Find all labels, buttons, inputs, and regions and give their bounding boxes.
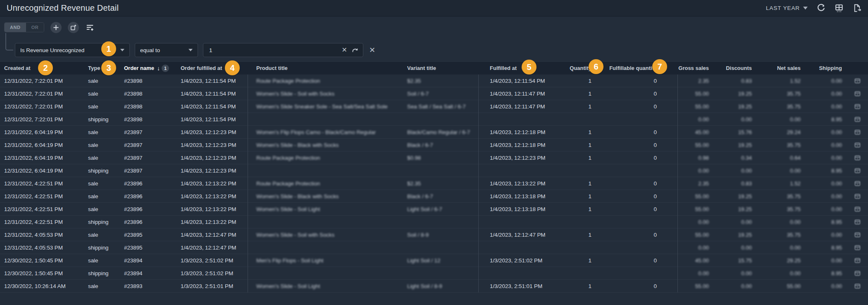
cell-variant_title: Soil / 8-9 [407,228,478,241]
cell-order_fulfilled_at: 1/3/2023, 2:51:02 PM [181,254,248,267]
row-detail-button[interactable] [847,126,868,138]
camera-icon [854,180,861,187]
row-detail-button[interactable] [847,228,868,241]
cell-variant_title: $0.98 [407,151,478,164]
cell-quantity: 1 [550,254,597,267]
row-detail-button[interactable] [847,280,868,292]
column-header-shipping[interactable]: Shipping [806,62,847,74]
cell-product_title: Route Package Protection [248,177,407,190]
column-header-order_name[interactable]: Order name↓1 [124,62,181,74]
cell-gross_sales: 55.00 [677,139,714,151]
cell-shipping: 0.00 [806,87,847,100]
row-detail-button[interactable] [847,190,868,202]
cell-fulfillable_quantity: 0 [597,280,677,292]
annotation-badge-7: 7 [652,59,667,74]
cell-fulfillable_quantity [597,164,677,177]
column-header-gross_sales[interactable]: Gross sales [677,62,714,74]
export-button[interactable] [853,4,861,12]
cell-fulfilled_at [478,164,550,177]
cell-order_fulfilled_at: 1/4/2023, 12:12:23 PM [181,164,248,177]
cell-fulfillable_quantity: 0 [597,203,677,215]
table-row: 12/31/2022, 6:04:19 PMsale#238971/4/2023… [0,139,868,151]
cell-created_at: 12/30/2022, 1:50:45 PM [0,267,88,279]
cell-fulfillable_quantity [597,241,677,254]
camera-icon [854,142,861,149]
cell-order_name: #23897 [124,139,181,151]
row-detail-button[interactable] [847,203,868,215]
filter-operator-select[interactable]: equal to [135,43,198,57]
camera-icon [854,193,861,200]
cell-fulfillable_quantity: 0 [597,74,677,87]
cell-fulfilled_at: 1/4/2023, 12:11:54 PM [478,74,550,87]
column-header-net_sales[interactable]: Net sales [757,62,806,74]
row-detail-button[interactable] [847,113,868,125]
cell-shipping: 0.00 [806,190,847,202]
cell-variant_title: $2.35 [407,177,478,190]
remove-filter-button[interactable]: ✕ [369,46,375,54]
cell-shipping: 0.00 [806,151,847,164]
camera-icon [854,154,861,161]
cell-gross_sales: 55.00 [677,100,714,113]
cell-net_sales: 0.00 [757,241,806,254]
cell-fulfillable_quantity: 0 [597,126,677,138]
cell-variant_title: Black / 6-7 [407,139,478,151]
camera-icon [854,270,861,277]
cell-fulfilled_at [478,216,550,228]
column-header-fulfilled_at[interactable]: Fulfilled at [478,62,550,74]
date-range-button[interactable]: LAST YEAR [766,5,808,11]
column-divider [677,74,678,293]
or-toggle[interactable]: OR [26,23,44,32]
cell-net_sales: 0.64 [757,151,806,164]
table-row: 12/31/2022, 7:22:01 PMshipping#238981/4/… [0,113,868,126]
row-detail-button[interactable] [847,241,868,254]
row-detail-button[interactable] [847,267,868,279]
cell-discounts: 0.00 [714,280,757,292]
cell-variant_title [407,113,478,125]
cell-shipping: 8.95 [806,113,847,125]
cell-fulfillable_quantity: 0 [597,254,677,267]
cell-type: sale [88,190,124,202]
column-header-product_title[interactable]: Product title [248,62,407,74]
row-detail-button[interactable] [847,100,868,113]
clear-value-button[interactable]: ✕ [342,47,347,53]
column-divider [248,74,248,293]
cell-gross_sales: 55.00 [677,228,714,241]
cell-order_name: #23895 [124,241,181,254]
filter-row: Is Revenue Unrecognized equal to ✕ [15,43,375,57]
add-filter-button[interactable] [50,22,62,33]
row-detail-button[interactable] [847,139,868,151]
and-toggle[interactable]: AND [5,23,26,32]
row-detail-button[interactable] [847,164,868,177]
cell-discounts: 15.76 [714,126,757,138]
redo-button[interactable] [352,47,359,53]
cell-order_fulfilled_at: 1/4/2023, 12:12:23 PM [181,126,248,138]
cell-type: sale [88,100,124,113]
cell-fulfillable_quantity: 0 [597,228,677,241]
cell-net_sales: 0.00 [757,113,806,125]
column-divider [478,74,479,293]
app-window: Unrecognized Revenue Detail LAST YEAR [0,0,868,305]
table-row: 12/31/2022, 4:05:53 PMshipping#238951/4/… [0,241,868,254]
row-detail-button[interactable] [847,87,868,100]
column-header-discounts[interactable]: Discounts [714,62,757,74]
cell-net_sales: 35.75 [757,139,806,151]
row-detail-button[interactable] [847,254,868,267]
cell-fulfillable_quantity: 0 [597,177,677,190]
table-view-button[interactable] [835,4,844,13]
boolean-mode-toggle: AND OR [4,22,44,32]
filter-plus-button[interactable] [85,23,95,32]
add-filter-group-button[interactable] [68,22,79,33]
row-detail-button[interactable] [847,151,868,164]
row-detail-button[interactable] [847,177,868,190]
row-detail-button[interactable] [847,216,868,228]
column-header-variant_title[interactable]: Variant title [407,62,478,74]
camera-icon [854,77,861,84]
refresh-button[interactable] [817,4,825,12]
cell-gross_sales: 55.00 [677,87,714,100]
filter-value-input[interactable] [208,47,337,54]
cell-discounts: 0.00 [714,241,757,254]
cell-fulfillable_quantity [597,113,677,125]
cell-order_fulfilled_at: 1/4/2023, 12:12:47 PM [181,228,248,241]
cell-gross_sales: 55.00 [677,203,714,215]
row-detail-button[interactable] [847,74,868,87]
